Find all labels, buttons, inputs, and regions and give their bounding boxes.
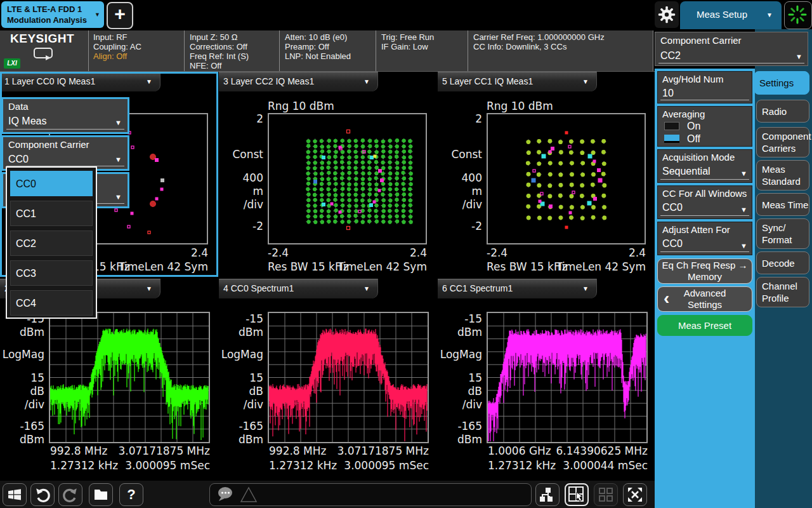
- start-menu-button[interactable]: [3, 483, 27, 506]
- sweep-time-label: 3.000095 mSec: [125, 459, 210, 472]
- panel-control-adjust-atten-for[interactable]: Adjust Atten ForCC0▼: [657, 222, 752, 255]
- x-axis-row: 992.8 MHz3.07171875 MHz: [269, 444, 429, 457]
- y-axis-label: /div: [1, 398, 44, 411]
- measurement-window[interactable]: 3 Layer CC2 IQ Meas1▼Rng 10 dBm2Const400…: [219, 72, 437, 277]
- control-value: CC0: [8, 154, 29, 165]
- button-label: Eq Ch Freq Resp →: [658, 260, 752, 271]
- expand-arrows-icon: [626, 486, 644, 504]
- measurement-tab[interactable]: LTE & LTE-A FDD 1 Modulation Analysis ▼: [1, 1, 104, 28]
- panel-control-avg-hold-num[interactable]: Avg/Hold Num10: [657, 71, 752, 104]
- x-max-label: 2.4: [191, 246, 208, 259]
- y-axis-label: Const: [439, 148, 482, 161]
- block-diagram-icon: [539, 486, 556, 503]
- x-max-label: 2.4: [410, 246, 427, 259]
- new-tab-button[interactable]: +: [107, 2, 133, 29]
- open-file-button[interactable]: [89, 483, 113, 506]
- chevron-down-icon: ▼: [582, 78, 589, 85]
- x-min-label: -2.4: [268, 246, 289, 259]
- panel-control-acquisition-mode[interactable]: Acquisition ModeSequential▼: [657, 149, 752, 183]
- time-len-label: TimeLen 42 Sym: [118, 260, 208, 273]
- annotation-input-bar[interactable]: [209, 483, 532, 506]
- component-carrier-label: Component Carrier: [660, 35, 742, 46]
- meas-preset-button[interactable]: Meas Preset: [657, 315, 752, 336]
- chevron-down-icon: ▼: [95, 11, 100, 18]
- status-line: Input: RF: [93, 32, 184, 42]
- block-diagram-button[interactable]: [535, 483, 560, 506]
- range-label: Rng 10 dBm: [487, 100, 553, 112]
- y-axis-label: 15: [439, 371, 482, 384]
- measurement-window[interactable]: 5 Layer CC1 IQ Meas1▼Rng 10 dBm2Const400…: [438, 72, 655, 277]
- chevron-down-icon: ▼: [115, 156, 122, 163]
- panel-tab-component-carriers[interactable]: ComponentCarriers: [756, 127, 809, 157]
- panel-tab-radio[interactable]: Radio: [756, 100, 809, 123]
- plot-frame: [268, 312, 429, 443]
- window-title-dropdown[interactable]: 6 CC1 Spectrum1▼: [438, 279, 597, 298]
- y-axis-label: /div: [439, 398, 482, 411]
- x-min-label: -2.4: [487, 246, 508, 259]
- dropdown-option[interactable]: CC3: [10, 260, 93, 286]
- window-title-dropdown[interactable]: 1 Layer CC0 IQ Meas1▼: [0, 72, 160, 91]
- plot-frame: [49, 312, 210, 443]
- advanced-settings-button[interactable]: ‹AdvancedSettings: [657, 286, 752, 312]
- data-select[interactable]: DataIQ Meas▼: [1, 97, 129, 134]
- bottom-toolbar: ?: [0, 481, 655, 508]
- dropdown-option[interactable]: CC0: [10, 171, 93, 196]
- help-button[interactable]: ?: [119, 483, 143, 506]
- status-line: Preamp: Off: [285, 42, 376, 51]
- control-value: 10: [662, 88, 674, 99]
- panel-menu-tab[interactable]: Meas Setup ▼: [680, 1, 782, 29]
- component-carrier-select-win1[interactable]: Component CarrierCC0▼: [1, 135, 129, 171]
- field-underline: [660, 179, 749, 180]
- grid-2x2-icon: [598, 486, 614, 503]
- status-column: Input: RFCoupling: ACAlign: Off: [88, 30, 185, 71]
- chevron-down-icon: ▼: [740, 242, 747, 250]
- fullscreen-button[interactable]: [623, 483, 647, 506]
- measurement-window[interactable]: 4 CC0 Spectrum1▼-15dBmLogMag15dB/div-165…: [219, 279, 437, 479]
- window-title-dropdown[interactable]: 3 Layer CC2 IQ Meas1▼: [219, 72, 378, 91]
- y-axis-label: LogMag: [220, 348, 263, 361]
- panel-control-averaging[interactable]: AveragingOnOff: [657, 106, 752, 147]
- control-label: CC For All Windows: [662, 188, 747, 199]
- folder-icon: [93, 486, 109, 503]
- measurement-window[interactable]: 6 CC1 Spectrum1▼-15dBmLogMag15dB/div-165…: [438, 279, 655, 479]
- component-carrier-select[interactable]: Component Carrier CC2 ▼: [655, 32, 808, 66]
- undo-button[interactable]: [30, 483, 55, 506]
- x-max-label: 2.4: [629, 246, 646, 259]
- sweep-time-label: 3.000095 mSec: [344, 459, 429, 472]
- toggle-label: On: [687, 121, 700, 132]
- panel-tab-meas-time[interactable]: Meas Time: [756, 193, 809, 216]
- grid-layout-button[interactable]: [594, 483, 618, 506]
- system-settings-button[interactable]: [655, 1, 679, 28]
- status-line: Carrier Ref Freq: 1.000000000 GHz: [473, 32, 653, 42]
- panel-tab-meas-standard[interactable]: MeasStandard: [756, 160, 809, 190]
- panel-tab-settings[interactable]: Settings: [754, 71, 809, 95]
- sweep-time-label: 3.000044 mSec: [563, 459, 648, 472]
- dropdown-option[interactable]: CC4: [10, 290, 93, 316]
- panel-tab-channel-profile[interactable]: ChannelProfile: [756, 277, 809, 307]
- busy-indicator-button[interactable]: [784, 1, 812, 29]
- window-title-dropdown[interactable]: 5 Layer CC1 IQ Meas1▼: [438, 72, 597, 91]
- y-axis-label: /div: [220, 198, 263, 211]
- redo-button[interactable]: [58, 483, 82, 506]
- lxi-badge: LXI: [4, 58, 20, 69]
- eq-ch-freq-resp-button[interactable]: Eq Ch Freq Resp →Memory: [657, 258, 752, 284]
- plot-frame: [487, 312, 648, 443]
- panel-tab-decode[interactable]: Decode: [756, 251, 809, 274]
- window-select-button[interactable]: [565, 483, 589, 506]
- range-label: Rng 10 dBm: [268, 100, 334, 112]
- x-start-label: 992.8 MHz: [50, 444, 107, 457]
- control-value: CC0: [662, 238, 683, 250]
- chevron-down-icon: ▼: [363, 78, 370, 85]
- x-span-label: 3.07171875 MHz: [337, 444, 429, 457]
- component-carrier-dropdown-list: CC0CC1CC2CC3CC4: [6, 166, 97, 319]
- y-axis-label: /div: [220, 398, 263, 411]
- field-underline: [660, 251, 749, 252]
- dropdown-option[interactable]: CC1: [10, 201, 93, 226]
- panel-control-cc-for-all-windows[interactable]: CC For All WindowsCC0▼: [657, 185, 752, 219]
- panel-tab-sync-format[interactable]: Sync/Format: [756, 218, 809, 249]
- dropdown-option[interactable]: CC2: [10, 231, 93, 256]
- y-axis-label: 15: [1, 371, 44, 384]
- chevron-down-icon: ▼: [740, 206, 747, 213]
- window-title-dropdown[interactable]: 4 CC0 Spectrum1▼: [219, 279, 378, 298]
- window-title: 4 CC0 Spectrum1: [223, 283, 294, 293]
